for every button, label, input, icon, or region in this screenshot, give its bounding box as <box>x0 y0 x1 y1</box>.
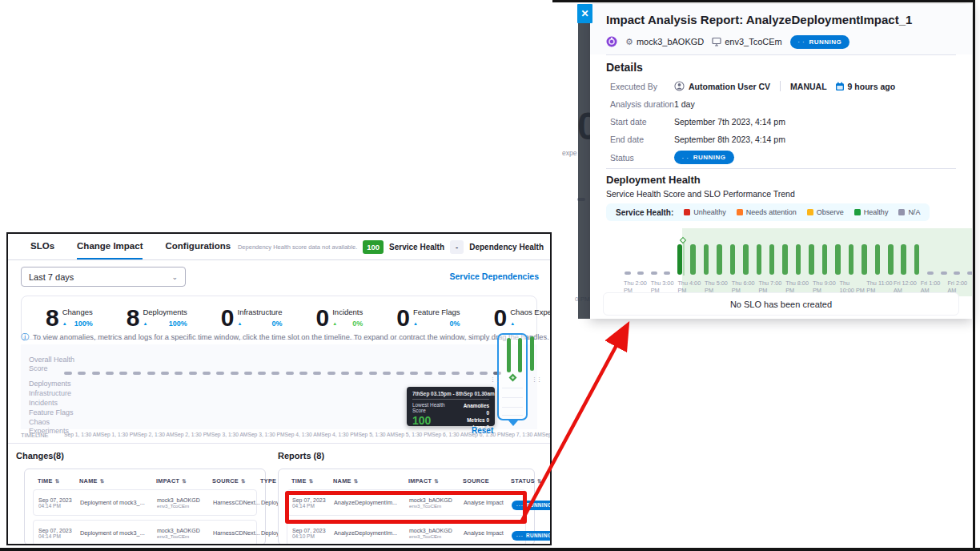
cell-name: Deployment of mock3_... <box>80 529 152 537</box>
table-row[interactable]: Sep 07, 202304:14 PMDeployment of mock3_… <box>33 520 257 545</box>
timeline-row-label: Feature Flags <box>29 408 91 417</box>
status-badge: · · RUNNING <box>674 151 734 164</box>
dependency-health-notice: Dependency Health score data not availab… <box>238 243 357 251</box>
stat-trend-value: 100% <box>169 320 187 328</box>
changes-table-title: Changes(8) <box>16 451 64 461</box>
na-dash <box>216 372 224 375</box>
stat-label: Changes <box>62 308 93 316</box>
legend-swatch-icon <box>684 209 690 215</box>
cell-time: Sep 07, 202304:14 PM <box>292 497 329 509</box>
tooltip-lowest-score-value: 100 <box>412 415 460 426</box>
gear-icon: ⚙ <box>625 37 633 47</box>
stat-trend-value: 0% <box>272 320 283 328</box>
reports-table: TIME⇅NAME⇅IMPACT⇅SOURCESTATUS⇅Sep 07, 20… <box>278 469 535 545</box>
status-badge: ···RUNNING <box>512 501 552 510</box>
frame-border-bottom <box>0 548 980 551</box>
close-button[interactable]: ✕ <box>577 4 592 23</box>
spinner-dots-icon: · · <box>798 40 805 43</box>
time-range-select[interactable]: Last 7 days ⌄ <box>21 267 186 287</box>
na-dash <box>119 372 127 375</box>
na-dash <box>258 372 266 375</box>
timeline-tick-label: Sep 4, 1:30 AM <box>285 432 322 437</box>
timeline-info: ⓘ To view anomalies, metrics and logs fo… <box>21 332 549 343</box>
column-header-source[interactable]: SOURCE <box>463 477 506 485</box>
na-dash <box>341 372 349 375</box>
na-dash <box>189 372 197 375</box>
trend-up-icon: ▲ <box>413 321 418 326</box>
column-header-time[interactable]: TIME⇅ <box>291 477 328 485</box>
health-bar <box>507 338 511 372</box>
dependency-health-score-badge: - <box>450 240 464 254</box>
column-header-source[interactable]: SOURCE⇅ <box>212 477 255 485</box>
start-date-value: September 7th 2023, 4:14 pm <box>674 117 785 127</box>
cell-time: Sep 07, 202304:14 PM <box>38 528 75 539</box>
table-row[interactable]: Sep 07, 202304:10 PMAnalyzeDeploymentIm.… <box>287 520 526 545</box>
details-heading: Details <box>606 61 643 74</box>
stat-value: 0 <box>221 306 234 330</box>
stat-changes: 8Changes▲100% <box>46 306 93 330</box>
column-header-status[interactable]: STATUS⇅ <box>511 477 542 485</box>
legend-label: Healthy <box>864 208 889 216</box>
na-dash <box>954 271 960 275</box>
legend-swatch-icon <box>854 209 861 215</box>
cell-status: ···RUNNING <box>512 526 552 541</box>
health-bar <box>875 244 881 275</box>
cell-time: Sep 07, 202304:14 PM <box>38 497 75 509</box>
column-header-time[interactable]: TIME⇅ <box>38 477 74 485</box>
stat-trend-value: 100% <box>74 320 93 328</box>
tab-change-impact[interactable]: Change Impact <box>77 234 143 259</box>
deployment-health-subheading: Service Health Score and SLO Performance… <box>606 189 795 199</box>
status-badge: ···RUNNING <box>512 531 552 541</box>
na-dash <box>147 372 155 375</box>
legend-item-observe: Observe <box>807 208 844 216</box>
cell-name: AnalyzeDeploymentIm... <box>334 529 404 537</box>
chevron-down-icon: ⌄ <box>171 273 178 281</box>
table-row[interactable]: Sep 07, 202304:14 PMAnalyzeDeploymentIm.… <box>287 489 526 516</box>
stat-deployments: 8Deployments▲100% <box>127 306 187 330</box>
legend-item-n-a: N/A <box>898 208 920 216</box>
timeline-selection-window[interactable] <box>497 333 528 420</box>
service-dependencies-link[interactable]: Service Dependencies <box>450 271 539 281</box>
selection-right-handle-icon[interactable]: ⋮⋮ <box>532 376 537 388</box>
trigger-type: MANUAL <box>790 82 827 91</box>
na-dash <box>466 372 474 375</box>
table-row[interactable]: Sep 07, 202304:14 PMDeployment of mock3_… <box>33 489 257 516</box>
environment-icon <box>712 37 721 46</box>
tab-slos[interactable]: SLOs <box>30 234 54 259</box>
info-icon: ⓘ <box>21 332 29 343</box>
underlay-partial-text: expe <box>562 149 576 157</box>
health-bar <box>704 244 709 275</box>
health-source-icon <box>606 36 617 47</box>
cell-time: Sep 07, 202304:10 PM <box>292 528 329 539</box>
health-bar <box>757 244 762 275</box>
stat-incidents: 0Incidents▲0% <box>316 306 363 330</box>
column-header-label: IMPACT <box>156 477 179 485</box>
timeline-tick-label: Sep 1, 1:30 PM <box>101 432 138 437</box>
timeline-tick-label: Sep 3, 1:30 AM <box>211 432 248 437</box>
selection-left-handle-icon[interactable]: ⋮⋮ <box>490 376 496 388</box>
sort-icon: ⇅ <box>55 478 60 485</box>
cell-name: Deployment of mock3_... <box>80 499 152 506</box>
report-title: Impact Analysis Report: AnalyzeDeploymen… <box>606 13 912 26</box>
timeline-chart-area: 7thSep 03.15pm - 8thSep 01.30am Lowest H… <box>21 344 537 429</box>
na-dash <box>651 271 657 275</box>
na-dash <box>244 372 252 375</box>
trend-up-icon: ▲ <box>510 321 515 326</box>
column-header-name[interactable]: NAME⇅ <box>333 477 404 485</box>
column-header-impact[interactable]: IMPACT⇅ <box>408 477 458 485</box>
na-dash <box>133 372 141 375</box>
service-health-label: Service Health <box>389 243 444 251</box>
column-header-label: SOURCE <box>463 477 489 485</box>
timeline-tick-label: Sep 4, 1:30 PM <box>321 432 358 437</box>
calendar-icon <box>835 82 845 91</box>
column-header-impact[interactable]: IMPACT⇅ <box>156 477 207 485</box>
column-header-name[interactable]: NAME⇅ <box>79 477 151 485</box>
reset-button[interactable]: Reset <box>472 426 493 435</box>
health-bar <box>730 244 736 275</box>
tooltip-lowest-score-label: Lowest Health Score <box>412 402 460 413</box>
tab-configurations[interactable]: Configurations <box>165 234 231 259</box>
legend-item-unhealthy: Unhealthy <box>684 208 726 216</box>
trend-up-icon: ▲ <box>62 321 67 326</box>
executed-time-ago: 9 hours ago <box>848 82 896 91</box>
selection-pointer-icon <box>508 420 518 426</box>
